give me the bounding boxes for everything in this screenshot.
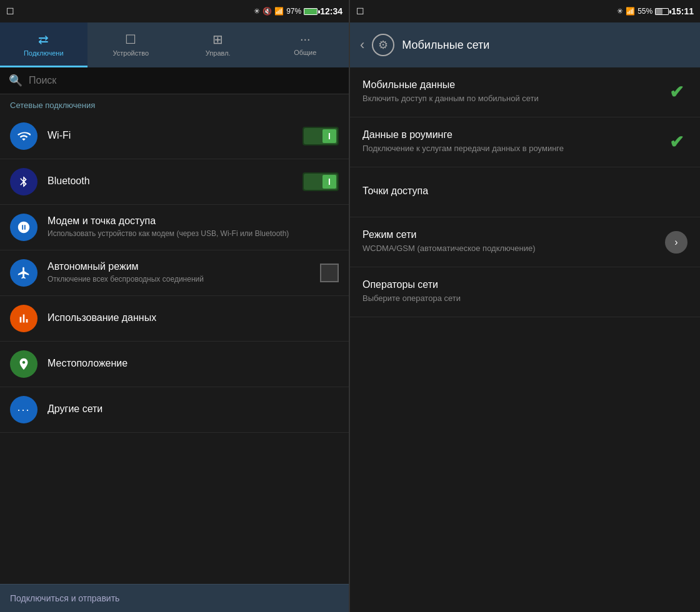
airplane-icon [10, 259, 38, 287]
location-icon [10, 350, 38, 378]
datausage-title: Использование данных [48, 312, 339, 323]
gear-symbol: ⚙ [378, 38, 388, 52]
tab-manage[interactable]: ⊞ Управл. [174, 22, 262, 67]
signal-icon: 📶 [274, 7, 284, 16]
accesspoints-text: Точки доступа [362, 185, 688, 199]
status-icons-right: ✳ 📶 55% 15:11 [617, 6, 694, 16]
list-item-datausage[interactable]: Использование данных [0, 296, 349, 342]
airplane-checkbox[interactable] [320, 264, 339, 282]
modem-title: Модем и точка доступа [48, 215, 339, 227]
page-title: Мобильные сети [402, 39, 489, 52]
networkmode-title: Режим сети [362, 229, 665, 240]
bluetooth-status-icon-r: ✳ [617, 7, 623, 16]
operators-title: Операторы сети [362, 279, 688, 290]
mobiledata-subtitle: Включить доступ к данным по мобильной се… [362, 93, 665, 104]
battery-percent-left: 97% [286, 7, 301, 16]
modem-icon [10, 214, 38, 241]
airplane-title: Автономный режим [48, 261, 320, 272]
status-icons-left: ✳ 🔇 📶 97% 12:34 [254, 6, 342, 16]
right-item-roaming[interactable]: Данные в роуминге Подключение к услугам … [350, 117, 700, 167]
networkmode-text: Режим сети WCDMA/GSM (автоматическое под… [362, 229, 665, 254]
footer-label: Подключиться и отправить [10, 593, 119, 603]
operators-text: Операторы сети Выберите оператора сети [362, 279, 688, 304]
location-text: Местоположение [48, 358, 339, 371]
wifi-title: Wi-Fi [48, 130, 302, 141]
tab-connections-label: Подключени [24, 49, 64, 57]
status-bar-right: ☐ ✳ 📶 55% 15:11 [350, 0, 700, 22]
right-item-operators[interactable]: Операторы сети Выберите оператора сети [350, 267, 700, 317]
modem-subtitle: Использовать устройство как модем (через… [48, 229, 339, 239]
airplane-text: Автономный режим Отключение всех беспров… [48, 261, 320, 285]
tabs-bar: ⇄ Подключени ☐ Устройство ⊞ Управл. ··· … [0, 22, 349, 67]
list-item-location[interactable]: Местоположение [0, 342, 349, 387]
right-item-networkmode[interactable]: Режим сети WCDMA/GSM (автоматическое под… [350, 217, 700, 267]
bluetooth-title: Bluetooth [48, 175, 302, 187]
gear-icon: ⚙ [372, 34, 394, 56]
location-title: Местоположение [48, 358, 339, 369]
data-usage-icon [10, 305, 38, 332]
bluetooth-toggle-knob: I [322, 175, 336, 189]
wifi-toggle-knob: I [322, 129, 336, 143]
tab-device[interactable]: ☐ Устройство [88, 22, 175, 67]
list-item-bluetooth[interactable]: Bluetooth I [0, 159, 349, 205]
othernets-text: Другие сети [48, 403, 339, 417]
mobiledata-title: Мобильные данные [362, 79, 665, 91]
airplane-subtitle: Отключение всех беспроводных соединений [48, 274, 320, 285]
list-item-wifi[interactable]: Wi-Fi I [0, 114, 349, 159]
right-panel: ☐ ✳ 📶 55% 15:11 ‹ ⚙ Мобильные сети Мобил… [350, 0, 700, 612]
tab-general[interactable]: ··· Общие [262, 22, 349, 67]
list-item-othernets[interactable]: ··· Другие сети [0, 387, 349, 433]
manage-icon: ⊞ [212, 32, 223, 47]
accesspoints-title: Точки доступа [362, 185, 688, 197]
list-item-airplane[interactable]: Автономный режим Отключение всех беспров… [0, 250, 349, 296]
mobiledata-check: ✔ [665, 81, 688, 104]
networkmode-subtitle: WCDMA/GSM (автоматическое подключение) [362, 243, 665, 254]
tab-general-label: Общие [294, 49, 316, 56]
datausage-text: Использование данных [48, 312, 339, 325]
general-icon: ··· [300, 32, 311, 46]
search-input[interactable] [29, 75, 340, 86]
tab-manage-label: Управл. [206, 49, 231, 57]
roaming-check: ✔ [665, 131, 688, 154]
connections-icon: ⇄ [38, 32, 49, 47]
settings-list: Wi-Fi I Bluetooth I [0, 114, 349, 584]
modem-text: Модем и точка доступа Использовать устро… [48, 215, 339, 239]
othernets-title: Другие сети [48, 403, 339, 415]
bluetooth-text: Bluetooth [48, 175, 302, 189]
networkmode-chevron[interactable]: › [665, 231, 688, 254]
time-right: 15:11 [671, 6, 694, 16]
bluetooth-icon [10, 168, 38, 195]
device-icon-left: ☐ [6, 6, 14, 16]
device-icon: ☐ [125, 32, 136, 47]
wifi-icon [10, 122, 38, 150]
tab-device-label: Устройство [112, 49, 149, 57]
status-bar-left: ☐ ✳ 🔇 📶 97% 12:34 [0, 0, 349, 22]
bluetooth-toggle[interactable]: I [302, 172, 339, 191]
wifi-toggle[interactable]: I [302, 127, 339, 146]
search-icon: 🔍 [9, 74, 22, 87]
mute-icon: 🔇 [262, 7, 272, 16]
roaming-title: Данные в роуминге [362, 129, 665, 141]
footer-connect[interactable]: Подключиться и отправить [0, 584, 349, 612]
battery-percent-right: 55% [638, 7, 652, 16]
othernets-icon: ··· [10, 396, 38, 423]
battery-icon-left [304, 7, 318, 16]
right-content: Мобильные данные Включить доступ к данны… [350, 67, 700, 612]
tab-connections[interactable]: ⇄ Подключени [0, 22, 88, 67]
right-item-mobiledata[interactable]: Мобильные данные Включить доступ к данны… [350, 67, 700, 117]
back-button[interactable]: ‹ [360, 37, 364, 53]
left-panel: ☐ ✳ 🔇 📶 97% 12:34 ⇄ Подключени ☐ Устройс… [0, 0, 350, 612]
right-header: ‹ ⚙ Мобильные сети [350, 22, 700, 67]
wifi-text: Wi-Fi [48, 130, 302, 143]
roaming-subtitle: Подключение к услугам передачи данных в … [362, 143, 665, 154]
mobiledata-text: Мобильные данные Включить доступ к данны… [362, 79, 665, 104]
operators-subtitle: Выберите оператора сети [362, 293, 688, 304]
device-icon-right: ☐ [356, 6, 364, 16]
list-item-modem[interactable]: Модем и точка доступа Использовать устро… [0, 205, 349, 250]
right-item-accesspoints[interactable]: Точки доступа [350, 167, 700, 217]
time-left: 12:34 [320, 6, 342, 16]
section-header-network: Сетевые подключения [0, 94, 349, 114]
roaming-text: Данные в роуминге Подключение к услугам … [362, 129, 665, 154]
search-bar: 🔍 [0, 67, 349, 94]
battery-icon-right [655, 7, 669, 16]
